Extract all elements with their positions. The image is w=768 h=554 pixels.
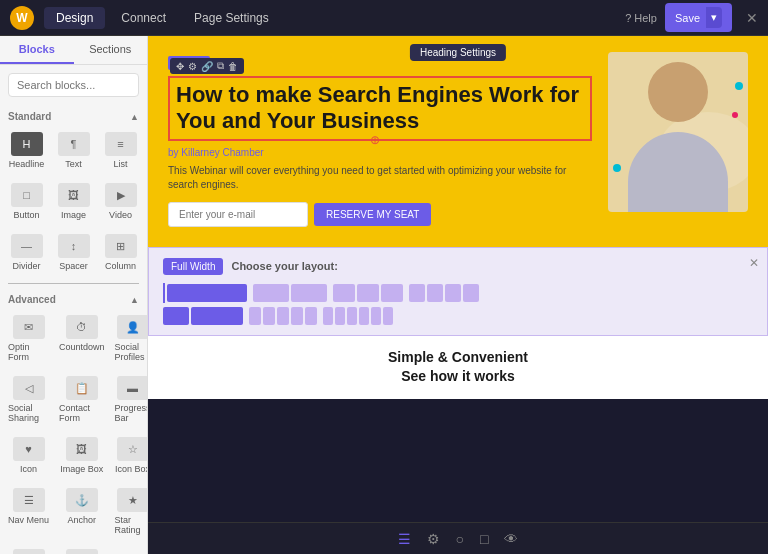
author-name: Killarney Chamber <box>181 147 263 158</box>
block-image[interactable]: 🖼 Image <box>51 177 96 226</box>
email-input[interactable] <box>168 202 308 227</box>
canvas-scroll: Heading Settings JUN 23 ✥ ⚙ 🔗 ⧉ 🗑 How to… <box>148 36 768 522</box>
layout-panel-header: Full Width Choose your layout: <box>163 258 753 275</box>
link-icon[interactable]: 🔗 <box>201 61 213 72</box>
sidebar: Blocks Sections Standard ▲ H Headline ¶ … <box>0 36 148 554</box>
block-headline[interactable]: H Headline <box>4 126 49 175</box>
save-dropdown-arrow[interactable]: ▾ <box>706 7 722 28</box>
bottom-section: Simple & Convenient See how it works <box>148 336 768 399</box>
cursor-indicator <box>163 283 165 303</box>
contact-form-icon: 📋 <box>66 376 98 400</box>
close-panel-button[interactable]: ✕ <box>749 256 759 270</box>
resize-handle[interactable]: ⊕ <box>370 133 380 147</box>
description-text: This Webinar will cover everything you n… <box>168 164 592 192</box>
heading-box[interactable]: ✥ ⚙ 🔗 ⧉ 🗑 How to make Search Engines Wor… <box>168 76 592 141</box>
full-width-badge[interactable]: Full Width <box>163 258 223 275</box>
button-icon: □ <box>11 183 43 207</box>
search-input[interactable] <box>8 73 139 97</box>
progress-bar-icon: ▬ <box>117 376 148 400</box>
block-star-rating[interactable]: ★ Star Rating <box>111 482 148 541</box>
question-icon: ? <box>625 12 631 24</box>
headline-icon: H <box>11 132 43 156</box>
settings-tool-icon[interactable]: ⚙ <box>427 531 440 547</box>
advanced-section-title: Advanced ▲ <box>0 288 147 307</box>
eye-tool-icon[interactable]: 👁 <box>504 531 518 547</box>
block-button[interactable]: □ Button <box>4 177 49 226</box>
settings-icon[interactable]: ⚙ <box>188 61 197 72</box>
video-icon: ▶ <box>105 183 137 207</box>
reserve-button[interactable]: RESERVE MY SEAT <box>314 203 431 226</box>
tab-sections[interactable]: Sections <box>74 36 148 64</box>
layout-6col[interactable] <box>323 307 393 325</box>
layout-2col[interactable] <box>253 284 327 302</box>
layout-grid <box>163 283 753 325</box>
chevron-icon: ▲ <box>130 112 139 122</box>
block-column[interactable]: ⊞ Column <box>98 228 143 277</box>
layout-row-2 <box>163 307 753 325</box>
anchor-icon: ⚓ <box>66 488 98 512</box>
bottom-line1: Simple & Convenient <box>160 348 756 368</box>
block-text[interactable]: ¶ Text <box>51 126 96 175</box>
layout-1-2[interactable] <box>163 307 243 325</box>
hero-section: Heading Settings JUN 23 ✥ ⚙ 🔗 ⧉ 🗑 How to… <box>148 36 768 247</box>
move-icon[interactable]: ✥ <box>176 61 184 72</box>
circle-tool-icon[interactable]: ○ <box>456 531 464 547</box>
desktop-tool-icon[interactable]: □ <box>480 531 488 547</box>
block-list[interactable]: ≡ List <box>98 126 143 175</box>
social-sharing-icon: ◁ <box>13 376 45 400</box>
nav-tab-page-settings[interactable]: Page Settings <box>182 7 281 29</box>
logo-icon[interactable]: W <box>10 6 34 30</box>
bottom-line2: See how it works <box>160 367 756 387</box>
block-countdown[interactable]: ⏱ Countdown <box>55 309 109 368</box>
block-contact-form[interactable]: 📋 Contact Form <box>55 370 109 429</box>
countdown-icon: ⏱ <box>66 315 98 339</box>
layout-col-full <box>167 284 247 302</box>
block-image-box[interactable]: 🖼 Image Box <box>55 431 109 480</box>
person-face <box>648 62 708 122</box>
advanced-blocks-grid: ✉ Optin Form ⏱ Countdown 👤 Social Profil… <box>0 307 147 554</box>
block-spacer[interactable]: ↕ Spacer <box>51 228 96 277</box>
delete-icon[interactable]: 🗑 <box>228 61 238 72</box>
page-heading: How to make Search Engines Work for You … <box>176 82 584 135</box>
block-progress-bar[interactable]: ▬ Progress Bar <box>111 370 148 429</box>
layout-row-1 <box>163 283 753 303</box>
dot-decoration-2 <box>732 112 738 118</box>
block-custom-html[interactable]: </> Custom HTML <box>55 543 109 554</box>
block-video[interactable]: ▶ Video <box>98 177 143 226</box>
save-button[interactable]: Save ▾ <box>665 3 732 32</box>
layout-panel: Full Width Choose your layout: ✕ <box>148 247 768 336</box>
close-button[interactable]: ✕ <box>746 10 758 26</box>
dot-decoration-3 <box>613 164 621 172</box>
block-icon[interactable]: ♥ Icon <box>4 431 53 480</box>
block-social-sharing[interactable]: ◁ Social Sharing <box>4 370 53 429</box>
divider-icon: — <box>11 234 43 258</box>
heading-settings-bar[interactable]: Heading Settings <box>410 44 506 61</box>
block-optin-form[interactable]: ✉ Optin Form <box>4 309 53 368</box>
dot-decoration-1 <box>735 82 743 90</box>
block-social-profiles[interactable]: 👤 Social Profiles <box>111 309 148 368</box>
hero-content: JUN 23 ✥ ⚙ 🔗 ⧉ 🗑 How to make Search Engi… <box>168 52 592 227</box>
layout-4col[interactable] <box>409 284 479 302</box>
nav-tab-design[interactable]: Design <box>44 7 105 29</box>
layout-3col[interactable] <box>333 284 403 302</box>
block-shortcode[interactable]: W Shortcode <box>4 543 53 554</box>
star-rating-icon: ★ <box>117 488 148 512</box>
copy-icon[interactable]: ⧉ <box>217 60 224 72</box>
image-box-icon: 🖼 <box>66 437 98 461</box>
text-icon: ¶ <box>58 132 90 156</box>
chevron-icon-advanced: ▲ <box>130 295 139 305</box>
help-button[interactable]: ? Help <box>625 12 657 24</box>
layout-5col[interactable] <box>249 307 317 325</box>
canvas-area: Heading Settings JUN 23 ✥ ⚙ 🔗 ⧉ 🗑 How to… <box>148 36 768 554</box>
block-nav-menu[interactable]: ☰ Nav Menu <box>4 482 53 541</box>
menu-tool-icon[interactable]: ☰ <box>398 531 411 547</box>
block-anchor[interactable]: ⚓ Anchor <box>55 482 109 541</box>
block-icon-box[interactable]: ☆ Icon Box <box>111 431 148 480</box>
tab-blocks[interactable]: Blocks <box>0 36 74 64</box>
standard-section-title: Standard ▲ <box>0 105 147 124</box>
nav-tab-connect[interactable]: Connect <box>109 7 178 29</box>
block-divider[interactable]: — Divider <box>4 228 49 277</box>
layout-full-width[interactable] <box>163 283 247 303</box>
shortcode-icon: W <box>13 549 45 554</box>
list-icon: ≡ <box>105 132 137 156</box>
